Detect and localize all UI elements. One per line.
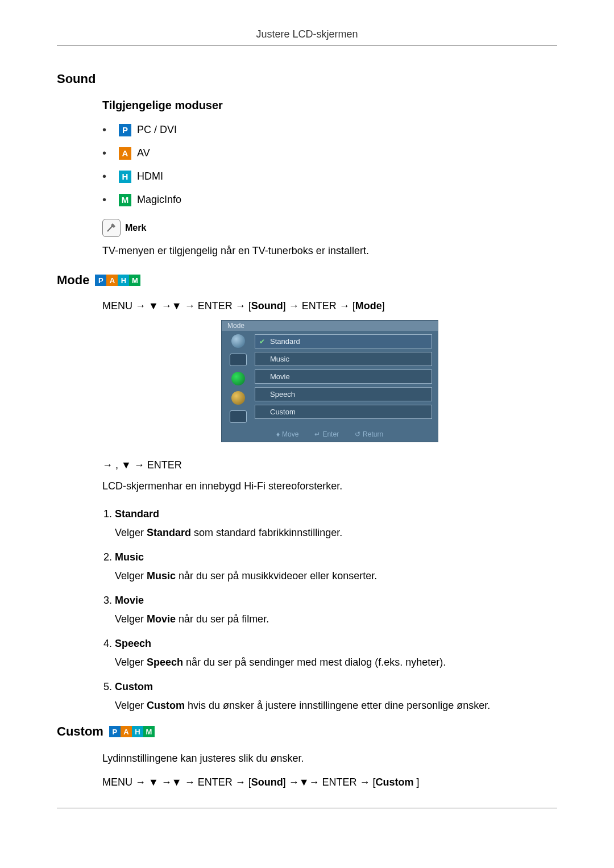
osd-item-label: Movie xyxy=(270,372,290,381)
osd-item-custom[interactable]: Custom xyxy=(255,405,432,419)
osd-rail-icon xyxy=(231,334,245,348)
osd-panel: Mode ✔ Standard Music xyxy=(221,320,438,442)
section-sound-title: Sound xyxy=(57,72,557,86)
mode-item-hdmi: H HDMI xyxy=(102,170,557,183)
check-icon xyxy=(259,409,265,416)
footer-rule xyxy=(57,808,557,809)
badge-h-icon: H xyxy=(132,726,143,737)
osd-item-label: Custom xyxy=(270,408,296,416)
list-item-label: Standard xyxy=(115,508,557,520)
check-icon xyxy=(259,373,265,380)
list-item-label: Movie xyxy=(115,595,557,607)
menu-path-bold: Mode xyxy=(355,300,382,312)
list-item-desc: Velger Custom hvis du ønsker å justere i… xyxy=(115,700,557,712)
check-icon xyxy=(259,391,265,398)
list-item: Music Velger Music når du ser på musikkv… xyxy=(115,551,557,582)
osd-footer-label: Return xyxy=(363,430,383,438)
osd-rail-icon xyxy=(230,354,247,366)
section-mode-label: Mode xyxy=(57,273,89,288)
desc-text: Velger xyxy=(115,613,147,625)
mode-item-label: HDMI xyxy=(137,171,163,182)
badge-h-icon: H xyxy=(119,171,131,183)
mode-menu-path: MENU → ▼ →▼ → ENTER → [Sound] → ENTER → … xyxy=(102,300,557,312)
nav-hint: → , ▼ → ENTER xyxy=(102,459,557,471)
badge-a-icon: A xyxy=(119,147,131,160)
osd-footer: ♦ Move ↵ Enter ↺ Return xyxy=(222,428,438,442)
osd-list: ✔ Standard Music Movie Speech xyxy=(255,331,438,428)
custom-intro: Lydinnstillingene kan justeres slik du ø… xyxy=(102,751,557,766)
badge-p-icon: P xyxy=(95,275,106,286)
mode-item-label: PC / DVI xyxy=(137,124,177,136)
desc-text: Velger xyxy=(115,570,147,582)
section-custom-label: Custom xyxy=(57,724,103,739)
note-icon xyxy=(102,219,121,237)
mode-intro: LCD-skjermenhar en innebygd Hi-Fi stereo… xyxy=(102,479,557,493)
list-item-desc: Velger Movie når du ser på filmer. xyxy=(115,613,557,625)
desc-bold: Standard xyxy=(147,527,191,538)
mode-item-label: MagicInfo xyxy=(137,194,181,206)
osd-rail-icon xyxy=(231,391,245,405)
desc-text: når du ser på musikkvideoer eller konser… xyxy=(176,570,377,582)
desc-text: Velger xyxy=(115,700,147,711)
menu-path-text: MENU → ▼ →▼ → ENTER → [ xyxy=(102,300,251,312)
desc-text: hvis du ønsker å justere innstillingene … xyxy=(185,700,490,711)
osd-item-movie[interactable]: Movie xyxy=(255,369,432,384)
osd-footer-return: ↺ Return xyxy=(355,430,383,438)
note-text: TV-menyen er tilgjengelig når en TV-tune… xyxy=(102,244,557,258)
osd-item-speech[interactable]: Speech xyxy=(255,387,432,401)
menu-path-text: ] →▼→ ENTER → [ xyxy=(283,776,376,788)
mode-item-av: A AV xyxy=(102,147,557,160)
menu-path-bold: Sound xyxy=(251,300,283,312)
section-mode-title: Mode P A H M xyxy=(57,273,557,288)
osd-item-label: Music xyxy=(270,355,289,363)
check-icon: ✔ xyxy=(259,338,265,345)
menu-path-text: MENU → ▼ →▼ → ENTER → [ xyxy=(102,776,251,788)
desc-bold: Speech xyxy=(147,657,183,668)
osd-footer-label: Move xyxy=(282,430,298,438)
note-label: Merk xyxy=(125,223,146,233)
osd-item-standard[interactable]: ✔ Standard xyxy=(255,334,432,348)
badge-p-icon: P xyxy=(109,726,121,737)
badge-row-icon: P A H M xyxy=(109,726,155,737)
menu-path-text: ] xyxy=(416,776,419,788)
osd-item-music[interactable]: Music xyxy=(255,352,432,366)
menu-path-text: ] → ENTER → [ xyxy=(283,300,355,312)
check-icon xyxy=(259,356,265,363)
badge-h-icon: H xyxy=(118,275,129,286)
section-custom-title: Custom P A H M xyxy=(57,724,557,739)
osd-footer-move: ♦ Move xyxy=(276,430,298,438)
osd-side-rail xyxy=(222,331,255,428)
badge-a-icon: A xyxy=(121,726,132,737)
mode-description-list: Standard Velger Standard som standard fa… xyxy=(102,508,557,712)
badge-p-icon: P xyxy=(119,124,131,136)
menu-path-bold: Sound xyxy=(251,776,283,788)
list-item: Custom Velger Custom hvis du ønsker å ju… xyxy=(115,681,557,712)
desc-text: Velger xyxy=(115,527,147,538)
custom-menu-path: MENU → ▼ →▼ → ENTER → [Sound] →▼→ ENTER … xyxy=(102,776,557,788)
desc-text: når du ser på filmer. xyxy=(176,613,269,625)
mode-item-magicinfo: M MagicInfo xyxy=(102,193,557,206)
mode-item-pcdvi: P PC / DVI xyxy=(102,123,557,136)
list-item-desc: Velger Speech når du ser på sendinger me… xyxy=(115,657,557,668)
osd-footer-label: Enter xyxy=(322,430,339,438)
available-modes-list: P PC / DVI A AV H HDMI M MagicInfo xyxy=(102,123,557,206)
osd-footer-enter: ↵ Enter xyxy=(314,430,339,438)
list-item-desc: Velger Music når du ser på musikkvideoer… xyxy=(115,570,557,582)
desc-bold: Music xyxy=(147,570,176,582)
desc-text: som standard fabrikkinnstillinger. xyxy=(191,527,342,538)
badge-m-icon: M xyxy=(129,275,140,286)
list-item-label: Speech xyxy=(115,638,557,650)
osd-rail-icon xyxy=(230,410,247,423)
badge-m-icon: M xyxy=(143,726,155,737)
list-item-label: Custom xyxy=(115,681,557,693)
list-item: Speech Velger Speech når du ser på sendi… xyxy=(115,638,557,668)
list-item: Standard Velger Standard som standard fa… xyxy=(115,508,557,539)
desc-bold: Custom xyxy=(147,700,185,711)
list-item-label: Music xyxy=(115,551,557,563)
osd-item-label: Standard xyxy=(270,337,300,346)
available-modes-title: Tilgjengelige moduser xyxy=(102,99,557,112)
osd-item-label: Speech xyxy=(270,390,295,398)
desc-bold: Movie xyxy=(147,613,176,625)
badge-m-icon: M xyxy=(119,194,131,206)
page-header: Justere LCD-skjermen xyxy=(57,28,557,45)
